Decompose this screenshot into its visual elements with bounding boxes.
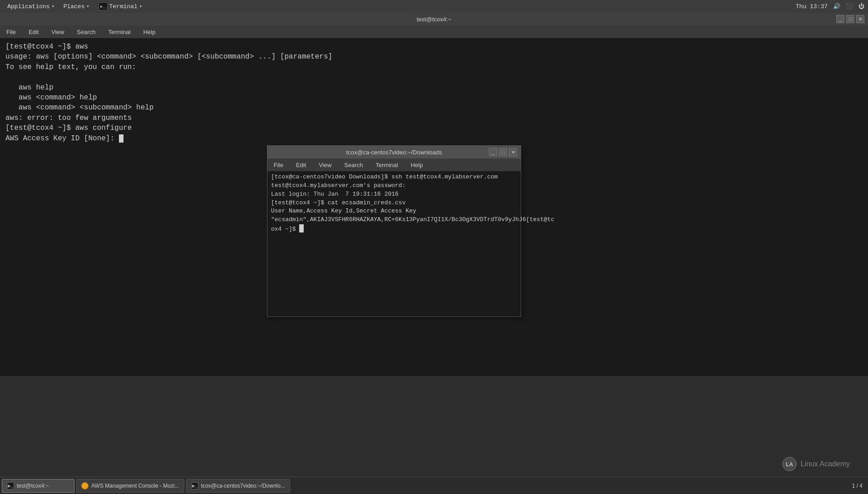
taskbar-page-indicator: 1 / 4 (852, 483, 866, 489)
main-terminal-title-bar: test@tcox4:~ _ □ ✕ (0, 13, 868, 25)
places-label: Places (64, 3, 85, 10)
main-terminal-controls: _ □ ✕ (836, 15, 864, 23)
terminal-arrow-icon: ▾ (139, 4, 142, 9)
maximize-button[interactable]: □ (846, 15, 854, 23)
second-cursor (299, 224, 304, 232)
volume-icon: 🔊 (833, 3, 840, 10)
places-arrow-icon: ▾ (86, 4, 89, 9)
taskbar-label-2: AWS Management Console - Mozi... (91, 483, 179, 489)
second-minimize-button[interactable]: _ (489, 148, 497, 156)
terminal-menu[interactable]: ▶_ Terminal ▾ (95, 1, 146, 11)
main-terminal-menu-bar: File Edit View Search Terminal Help (0, 25, 868, 38)
second-close-button[interactable]: ✕ (509, 148, 517, 156)
la-logo-icon: LA (782, 457, 797, 471)
taskbar-item-second-terminal[interactable]: ▶_ tcox@ca-centos7video:~/Downlo... (186, 479, 290, 493)
menu-edit[interactable]: Edit (26, 28, 41, 36)
menu-search[interactable]: Search (74, 28, 98, 36)
system-top-bar: Applications ▾ Places ▾ ▶_ Terminal ▾ Th… (0, 0, 868, 13)
taskbar-terminal-icon-2: ▶_ (191, 482, 198, 489)
second-menu-edit[interactable]: Edit (293, 161, 309, 169)
svg-text:LA: LA (786, 461, 793, 468)
applications-arrow-icon: ▾ (52, 4, 54, 9)
page-indicator-text: 1 / 4 (852, 483, 863, 489)
taskbar-item-main-terminal[interactable]: ▶_ test@tcox4:~ (2, 479, 74, 493)
second-menu-terminal[interactable]: Terminal (373, 161, 401, 169)
second-maximize-button[interactable]: □ (499, 148, 507, 156)
network-icon: ⬛ (846, 3, 853, 10)
second-menu-view[interactable]: View (316, 161, 334, 169)
second-terminal-window: tcox@ca-centos7video:~/Downloads _ □ ✕ F… (267, 145, 521, 317)
taskbar-browser-icon (81, 482, 89, 489)
menu-help[interactable]: Help (141, 28, 158, 36)
menu-file[interactable]: File (4, 28, 19, 36)
close-button[interactable]: ✕ (856, 15, 864, 23)
terminal-label: Terminal (109, 3, 138, 10)
clock: Thu 13:37 (796, 3, 828, 10)
menu-view[interactable]: View (49, 28, 67, 36)
menu-terminal[interactable]: Terminal (106, 28, 133, 36)
top-bar-left: Applications ▾ Places ▾ ▶_ Terminal ▾ (4, 1, 146, 11)
main-cursor (119, 134, 123, 143)
second-menu-file[interactable]: File (271, 161, 286, 169)
power-icon: ⏻ (858, 3, 864, 10)
linux-academy-logo: LA Linux Academy (782, 457, 850, 471)
second-menu-search[interactable]: Search (341, 161, 365, 169)
la-svg-icon: LA (782, 457, 797, 471)
taskbar-label-3: tcox@ca-centos7video:~/Downlo... (201, 483, 285, 489)
taskbar-item-browser[interactable]: AWS Management Console - Mozi... (76, 479, 184, 493)
second-menu-help[interactable]: Help (408, 161, 426, 169)
second-terminal-menu-bar: File Edit View Search Terminal Help (267, 158, 521, 171)
second-terminal-controls: _ □ ✕ (489, 148, 517, 156)
second-terminal-title-bar: tcox@ca-centos7video:~/Downloads _ □ ✕ (267, 146, 521, 158)
second-terminal-title: tcox@ca-centos7video:~/Downloads (346, 149, 442, 156)
terminal-icon: ▶_ (99, 2, 108, 10)
taskbar: ▶_ test@tcox4:~ AWS Management Console -… (0, 477, 868, 494)
taskbar-terminal-icon-1: ▶_ (7, 482, 14, 489)
places-menu[interactable]: Places ▾ (60, 2, 93, 11)
minimize-button[interactable]: _ (836, 15, 844, 23)
applications-label: Applications (7, 3, 50, 10)
main-terminal-title: test@tcox4:~ (417, 16, 451, 23)
top-bar-right: Thu 13:37 🔊 ⬛ ⏻ (796, 3, 864, 10)
second-terminal-content[interactable]: [tcox@ca-centos7video Downloads]$ ssh te… (267, 171, 521, 316)
taskbar-label-1: test@tcox4:~ (17, 483, 49, 489)
applications-menu[interactable]: Applications ▾ (4, 2, 58, 11)
linux-academy-text: Linux Academy (800, 460, 850, 468)
